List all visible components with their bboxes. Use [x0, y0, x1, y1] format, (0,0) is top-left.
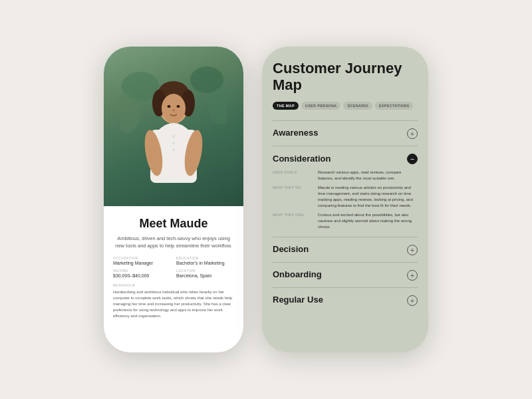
section-row-awareness[interactable]: Awareness + [273, 120, 418, 146]
section-header[interactable]: Consideration − [273, 146, 418, 170]
expanded-row-label: WHAT THEY DO [273, 185, 313, 209]
right-phone: Customer Journey Map THE MAPUSER PERSONA… [262, 47, 428, 352]
expand-icon[interactable]: + [407, 295, 418, 306]
section-title: Regular Use [273, 295, 323, 305]
detail-label: INCOME [113, 269, 171, 273]
expanded-row-label: WHAT THEY FEEL [273, 212, 313, 230]
detail-value: Barcelona, Spain [176, 273, 234, 278]
expanded-row-value: Maude is reading various articles on pro… [318, 185, 418, 209]
detail-label: LOCATION [176, 269, 234, 273]
tab-expectations[interactable]: EXPECTATIONS [375, 102, 414, 110]
behaviour-section: BEHAVIOUR Hardworking and ambitious indi… [113, 283, 234, 319]
section-row-onboarding[interactable]: Onboarding + [273, 262, 418, 287]
profile-photo [104, 47, 243, 206]
section-expanded-consideration: Consideration − USER GOALSResearch vario… [273, 146, 418, 237]
svg-point-10 [168, 105, 171, 108]
svg-point-9 [162, 94, 186, 123]
expanded-row-value: Research various apps, read reviews, com… [318, 170, 418, 182]
right-content: Customer Journey Map THE MAPUSER PERSONA… [262, 47, 428, 352]
expand-icon[interactable]: + [407, 270, 418, 281]
map-title: Customer Journey Map [273, 60, 418, 94]
person-svg [120, 60, 227, 206]
svg-point-18 [172, 148, 175, 151]
sections-list: Awareness + Consideration − USER GOALSRe… [273, 120, 418, 313]
profile-name: Meet Maude [113, 217, 234, 231]
expanded-row-label: USER GOALS [273, 170, 313, 182]
detail-value: Bachelor's in Marketing [176, 261, 234, 265]
svg-point-12 [172, 110, 175, 112]
behaviour-label: BEHAVIOUR [113, 283, 234, 287]
collapse-icon[interactable]: − [407, 154, 418, 164]
tab-bar: THE MAPUSER PERSONASCENARIOEXPECTATIONS [273, 102, 418, 110]
detail-label: OCCUPATION [113, 256, 171, 260]
profile-content: Meet Maude Ambitious, driven and tech-sa… [104, 206, 243, 327]
expanded-rows: USER GOALSResearch various apps, read re… [273, 170, 418, 230]
section-title: Decision [273, 244, 309, 254]
section-row-regular use[interactable]: Regular Use + [273, 287, 418, 313]
svg-point-17 [172, 142, 175, 144]
expand-icon[interactable]: + [407, 128, 418, 139]
section-row-decision[interactable]: Decision + [273, 237, 418, 262]
detail-item: OCCUPATION Marketing Manager [113, 256, 171, 265]
tab-the-map[interactable]: THE MAP [273, 102, 299, 110]
profile-bio: Ambitious, driven and tech-savvy who enj… [113, 235, 234, 249]
tab-user-persona[interactable]: USER PERSONA [301, 102, 341, 110]
svg-point-16 [172, 135, 175, 138]
detail-item: INCOME $30,000–$40,000 [113, 269, 171, 278]
left-phone: Meet Maude Ambitious, driven and tech-sa… [104, 47, 243, 352]
detail-item: EDUCATION Bachelor's in Marketing [176, 256, 234, 265]
tab-scenario[interactable]: SCENARIO [343, 102, 372, 110]
detail-value: Marketing Manager [113, 261, 171, 265]
app-container: Meet Maude Ambitious, driven and tech-sa… [104, 47, 428, 352]
behaviour-text: Hardworking and ambitious individual who… [113, 289, 234, 319]
section-title: Awareness [273, 128, 318, 138]
svg-point-11 [177, 105, 180, 108]
section-title: Onboarding [273, 269, 322, 279]
expand-icon[interactable]: + [407, 245, 418, 255]
detail-value: $30,000–$40,000 [113, 273, 171, 278]
detail-item: LOCATION Barcelona, Spain [176, 269, 234, 278]
svg-point-4 [208, 88, 227, 125]
profile-details: OCCUPATION Marketing Manager EDUCATION B… [113, 256, 234, 278]
expanded-row-value: Curious and excited about the possibilit… [318, 212, 418, 230]
section-title: Consideration [273, 154, 331, 164]
detail-label: EDUCATION [176, 256, 234, 260]
